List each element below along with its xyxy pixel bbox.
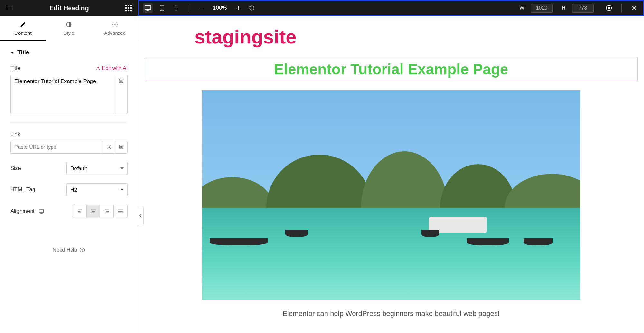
plus-icon <box>236 5 241 11</box>
panel-tabs: Content Style Advanced <box>0 16 138 41</box>
device-desktop-button[interactable] <box>143 3 153 13</box>
hamburger-icon <box>6 4 14 12</box>
align-justify-button[interactable] <box>114 205 127 218</box>
device-tablet-button[interactable] <box>157 3 167 13</box>
site-title: stagingsite <box>141 26 641 58</box>
align-center-icon <box>90 208 96 214</box>
svg-rect-9 <box>125 10 127 11</box>
device-mobile-button[interactable] <box>171 3 181 13</box>
tablet-icon <box>159 5 165 12</box>
size-select[interactable]: Default <box>66 162 128 175</box>
svg-point-16 <box>162 10 162 10</box>
width-input[interactable] <box>531 4 553 13</box>
svg-point-26 <box>114 24 116 25</box>
svg-rect-8 <box>130 7 132 9</box>
gear-icon <box>107 145 112 150</box>
controls-area: Title Title Edit with AI Elementor Tutor… <box>0 41 138 261</box>
mobile-icon <box>174 5 179 12</box>
contrast-icon <box>66 21 72 28</box>
svg-point-28 <box>109 147 110 148</box>
settings-button[interactable] <box>604 3 614 13</box>
close-button[interactable] <box>630 3 639 13</box>
grid-icon <box>125 5 132 11</box>
zoom-reset-button[interactable] <box>247 4 256 13</box>
image-mountains <box>202 147 580 208</box>
hamburger-menu-button[interactable] <box>0 0 19 16</box>
tab-style-label: Style <box>63 30 74 36</box>
title-textarea[interactable]: Elementor Tutorial Example Page <box>11 75 115 114</box>
tab-style[interactable]: Style <box>46 16 92 41</box>
selected-heading-widget[interactable]: Elementor Tutorial Example Page <box>145 58 638 81</box>
link-input[interactable] <box>11 141 103 153</box>
tab-advanced-label: Advanced <box>104 30 126 36</box>
link-options-button[interactable] <box>103 141 115 153</box>
svg-point-18 <box>176 9 176 10</box>
svg-rect-3 <box>125 5 127 6</box>
svg-point-22 <box>608 7 610 9</box>
panel-title: Edit Heading <box>19 5 119 12</box>
gear-icon <box>112 21 118 28</box>
align-left-button[interactable] <box>73 205 87 218</box>
tab-content[interactable]: Content <box>0 16 46 41</box>
html-tag-select[interactable]: H2 <box>66 183 128 196</box>
pencil-icon <box>20 21 26 28</box>
divider <box>621 4 622 12</box>
zoom-out-button[interactable] <box>197 4 206 13</box>
gear-icon <box>606 5 612 11</box>
heading-text: Elementor Tutorial Example Page <box>145 61 637 78</box>
editor-sidebar: Content Style Advanced Title Title <box>0 16 138 333</box>
divider <box>189 4 189 12</box>
chevron-left-icon <box>139 214 142 218</box>
svg-rect-5 <box>130 5 132 6</box>
hero-image-widget[interactable] <box>202 90 580 300</box>
svg-rect-4 <box>128 5 129 6</box>
preview-area[interactable]: stagingsite Elementor Tutorial Example P… <box>138 16 644 333</box>
tab-advanced[interactable]: Advanced <box>92 16 138 41</box>
dynamic-tags-button[interactable] <box>115 75 127 114</box>
sparkle-icon <box>96 66 100 71</box>
caret-down-icon <box>10 51 14 55</box>
help-icon <box>80 247 85 253</box>
svg-point-29 <box>119 145 123 146</box>
link-label: Link <box>10 131 20 138</box>
svg-rect-30 <box>39 209 43 212</box>
widgets-panel-button[interactable] <box>119 0 138 16</box>
desktop-icon <box>144 5 151 12</box>
align-center-button[interactable] <box>87 205 100 218</box>
undo-icon <box>249 5 255 11</box>
image-boat <box>524 238 553 245</box>
caption-text: Elementor can help WordPress beginners m… <box>141 309 641 318</box>
svg-rect-6 <box>125 7 127 9</box>
svg-rect-7 <box>128 7 129 9</box>
edit-with-ai-label: Edit with AI <box>102 65 128 71</box>
size-label: Size <box>10 165 21 172</box>
database-icon <box>118 78 124 84</box>
align-justify-icon <box>118 208 123 214</box>
database-icon <box>119 145 124 150</box>
section-title-toggle[interactable]: Title <box>10 49 128 56</box>
zoom-value: 100% <box>210 5 229 11</box>
link-dynamic-button[interactable] <box>115 141 127 153</box>
collapse-panel-button[interactable] <box>138 206 144 225</box>
zoom-in-button[interactable] <box>234 4 243 13</box>
edit-with-ai-link[interactable]: Edit with AI <box>96 65 128 71</box>
html-tag-label: HTML Tag <box>10 186 35 193</box>
height-label: H <box>562 5 565 11</box>
topbar-left: Edit Heading <box>0 0 138 16</box>
image-boat <box>285 230 308 237</box>
divider <box>10 122 128 123</box>
alignment-label: Alignment <box>10 208 35 214</box>
align-right-button[interactable] <box>100 205 114 218</box>
need-help-label: Need Help <box>53 247 77 253</box>
desktop-icon[interactable] <box>39 209 44 214</box>
section-title-label: Title <box>17 49 29 56</box>
height-input[interactable] <box>572 4 594 13</box>
width-label: W <box>519 5 524 11</box>
align-right-icon <box>104 208 110 214</box>
need-help-link[interactable]: Need Help <box>10 247 128 253</box>
image-boat <box>467 238 509 245</box>
align-left-icon <box>77 208 83 214</box>
minus-icon <box>199 5 204 11</box>
responsive-toolbar: 100% W H <box>138 0 644 16</box>
svg-rect-11 <box>130 10 132 11</box>
